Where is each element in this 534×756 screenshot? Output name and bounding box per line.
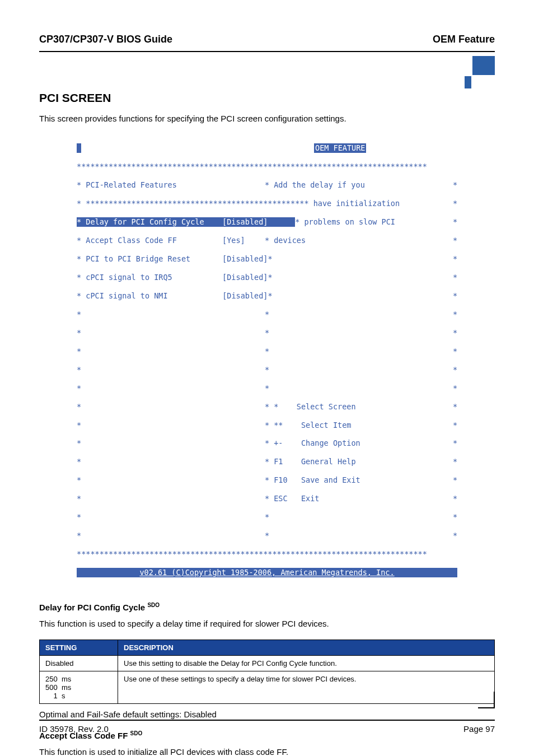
bios-screenshot: OEM FEATURE ****************************… [77, 134, 457, 586]
table-cell: 250 ms 500 ms 1 s [40, 671, 118, 703]
section-intro: This screen provides functions for speci… [39, 113, 495, 124]
sub1-table: SETTING DESCRIPTION Disabled Use this se… [39, 640, 495, 704]
bios-item[interactable]: PCI to PCI Bridge Reset [86, 254, 190, 263]
bios-key: F1 [274, 457, 283, 466]
bios-key-desc: Select Screen [297, 402, 356, 411]
sub1-default: Optimal and Fail-Safe default settings: … [39, 708, 495, 720]
sub1-intro: This function is used to specify a delay… [39, 618, 495, 629]
bios-title: OEM FEATURE [314, 143, 366, 152]
footer-id: ID 35978, Rev. 2.0 [39, 724, 109, 734]
bios-copyright: v02.61 (C)Copyright 1985-2006, American … [77, 568, 457, 577]
table-row: 250 ms 500 ms 1 s Use one of these setti… [40, 671, 495, 703]
bios-value[interactable]: [Yes] [222, 236, 245, 245]
bios-item[interactable]: Accept Class Code FF [86, 236, 177, 245]
bios-key: * [274, 402, 278, 411]
bios-key: +- [274, 438, 283, 447]
footer-page: Page 97 [463, 724, 495, 734]
table-header-setting: SETTING [40, 640, 118, 655]
table-cell: Use this setting to disable the Delay fo… [118, 655, 495, 671]
bios-key-desc: Exit [301, 494, 320, 503]
section-title: PCI SCREEN [39, 91, 495, 105]
bios-key-desc: Save and Exit [301, 475, 360, 484]
bios-key: ESC [274, 494, 287, 503]
bios-group-label: PCI-Related Features [86, 180, 177, 189]
bios-help-line: problems on slow PCI [304, 217, 395, 226]
bios-help-line: have initialization [313, 199, 400, 208]
sub1-heading: Delay for PCI Config Cycle SDO [39, 602, 495, 612]
bios-item[interactable]: cPCI signal to IRQ5 [86, 273, 172, 282]
header-rule [39, 51, 495, 52]
table-cell: Disabled [40, 655, 118, 671]
brand-corner-icon [464, 56, 495, 90]
table-row: Disabled Use this setting to disable the… [40, 655, 495, 671]
bios-value[interactable]: [Disabled] [222, 254, 268, 263]
bios-item-selected[interactable]: Delay for PCI Config Cycle [86, 217, 204, 226]
footer-corner-icon [478, 692, 495, 708]
bios-key: ** [274, 421, 283, 430]
bios-item[interactable]: cPCI signal to NMI [86, 291, 167, 300]
bios-key-desc: Select Item [301, 421, 351, 430]
bios-key-desc: General Help [301, 457, 356, 466]
table-cell: Use one of these settings to specify a d… [118, 671, 495, 703]
bios-key: F10 [274, 475, 287, 484]
table-header-desc: DESCRIPTION [118, 640, 495, 655]
bios-help-line: devices [274, 236, 306, 245]
bios-help-line: Add the delay if you [274, 180, 365, 189]
bios-value[interactable]: [Disabled] [222, 291, 268, 300]
bios-value[interactable]: [Disabled] [222, 217, 268, 226]
bios-key-desc: Change Option [301, 438, 360, 447]
sub2-intro: This function is used to initialize all … [39, 746, 495, 756]
doc-title-left: CP307/CP307-V BIOS Guide [39, 34, 172, 45]
doc-title-right: OEM Feature [433, 34, 495, 45]
bios-value[interactable]: [Disabled] [222, 273, 268, 282]
